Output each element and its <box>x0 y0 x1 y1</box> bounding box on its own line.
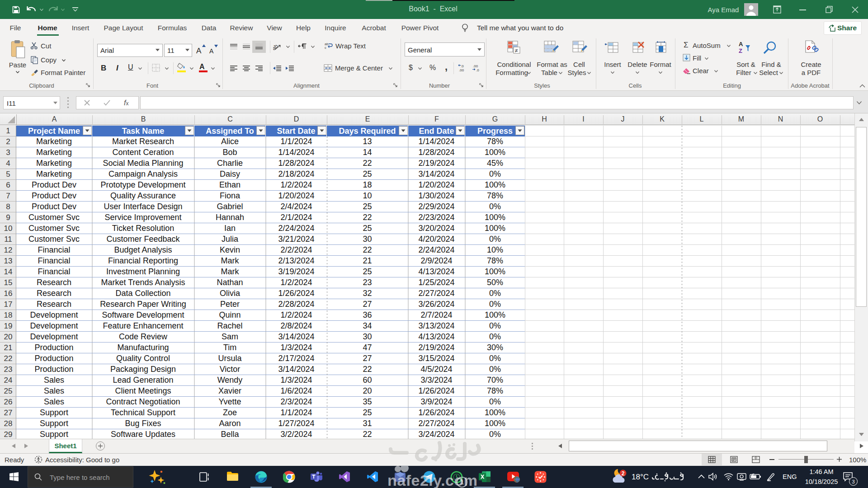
svg-text:.00: .00 <box>473 64 478 68</box>
svg-text:A: A <box>739 41 743 47</box>
svg-text:≠: ≠ <box>515 47 518 54</box>
svg-text:.0: .0 <box>461 64 464 68</box>
svg-text:2: 2 <box>622 470 625 477</box>
svg-text:c: c <box>325 46 326 50</box>
svg-text:Z: Z <box>739 47 742 54</box>
svg-text:.0: .0 <box>476 68 479 72</box>
svg-text:.00: .00 <box>459 68 464 72</box>
